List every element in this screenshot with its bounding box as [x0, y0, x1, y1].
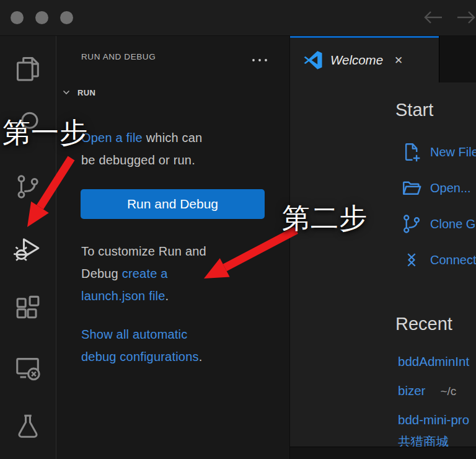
welcome-page: Start New File... Open...: [290, 82, 476, 447]
recent-heading: Recent: [395, 314, 452, 334]
hint-text: To customize Run and: [81, 240, 206, 262]
tab-welcome[interactable]: Welcome ✕: [290, 36, 439, 82]
open-folder-icon: [400, 177, 423, 199]
hint-text: .: [199, 350, 203, 363]
create-launch-json-link[interactable]: create a: [122, 267, 168, 280]
remote-explorer-icon[interactable]: [14, 354, 42, 382]
hint-text: which can: [143, 131, 203, 145]
vscode-window: RUN AND DEBUG RUN Open a file which can …: [0, 0, 476, 459]
customize-hint: To customize Run and Debug create a laun…: [81, 240, 206, 307]
clone-repo-icon: [400, 213, 423, 235]
show-automatic-configs-link[interactable]: Show all automatic: [81, 328, 187, 341]
run-debug-panel: RUN AND DEBUG RUN Open a file which can …: [56, 36, 289, 459]
maximize-window-icon[interactable]: [60, 11, 73, 24]
tab-strip: Welcome ✕: [290, 36, 476, 82]
tab-title: Welcome: [330, 53, 383, 68]
recent-item-path: ~/c: [440, 385, 456, 398]
run-and-debug-button[interactable]: Run and Debug: [81, 189, 265, 219]
start-item-connect[interactable]: Connect to...: [400, 249, 476, 271]
run-section-label: RUN: [77, 88, 95, 97]
nav-back-icon[interactable]: [423, 9, 443, 25]
start-heading: Start: [395, 100, 433, 120]
recent-item[interactable]: 共猎商城: [398, 434, 449, 447]
nav-forward-icon[interactable]: [456, 9, 476, 25]
start-list: New File... Open... Clone Git...: [400, 141, 476, 271]
run-section-header[interactable]: RUN: [61, 87, 95, 97]
minimize-window-icon[interactable]: [35, 11, 48, 24]
files-icon[interactable]: [14, 55, 42, 83]
open-a-file-link[interactable]: Open a file: [81, 131, 143, 145]
run-debug-icon[interactable]: [14, 234, 42, 262]
hint-text: be debugged or run.: [81, 149, 202, 171]
vscode-logo-icon: [304, 51, 322, 69]
recent-item[interactable]: bddAdminInt: [398, 354, 469, 370]
connect-to-icon: [400, 249, 423, 271]
start-item-clone[interactable]: Clone Git...: [400, 213, 476, 235]
window-controls: [11, 11, 73, 24]
activity-bar: [0, 36, 56, 459]
recent-item[interactable]: bdd-mini-pro: [398, 412, 469, 428]
chevron-down-icon: [61, 87, 71, 97]
new-file-icon: [400, 141, 423, 163]
test-beaker-icon[interactable]: [14, 412, 42, 440]
hint-text: .: [165, 289, 169, 303]
open-file-hint: Open a file which can be debugged or run…: [81, 127, 202, 171]
source-control-icon[interactable]: [14, 172, 42, 201]
close-tab-icon[interactable]: ✕: [394, 54, 403, 67]
recent-item[interactable]: bizer~/c: [398, 383, 456, 399]
editor-bottom-strip: [290, 447, 476, 459]
search-icon[interactable]: [14, 110, 42, 138]
extensions-icon[interactable]: [14, 293, 42, 322]
show-configs-hint: Show all automatic debug configurations.: [81, 323, 202, 368]
show-automatic-configs-link[interactable]: debug configurations: [81, 350, 199, 363]
titlebar: [0, 0, 476, 36]
start-item-new-file[interactable]: New File...: [400, 141, 476, 163]
start-item-open[interactable]: Open...: [400, 177, 476, 199]
editor-area: Welcome ✕ Start New File...: [289, 36, 476, 459]
close-window-icon[interactable]: [11, 11, 24, 24]
panel-title: RUN AND DEBUG: [81, 52, 156, 61]
more-actions-icon[interactable]: [251, 55, 268, 66]
hint-text: Debug: [81, 267, 122, 280]
create-launch-json-link[interactable]: launch.json file: [81, 289, 165, 303]
